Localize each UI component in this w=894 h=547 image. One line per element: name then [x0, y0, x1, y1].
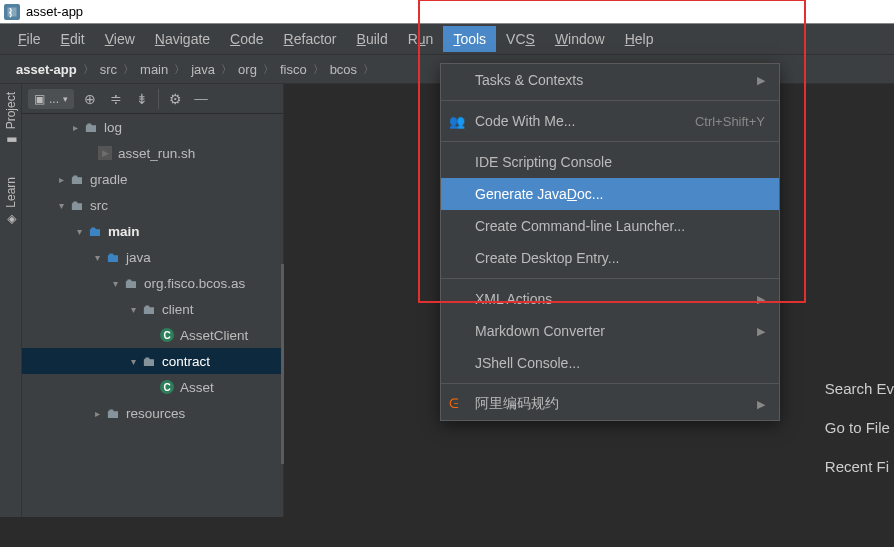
dd-label: Create Command-line Launcher...: [475, 218, 685, 234]
chevron-right-icon: ▶: [757, 74, 765, 87]
dd-cmdline-launcher[interactable]: Create Command-line Launcher...: [441, 210, 779, 242]
resources-folder-icon: 🖿: [104, 406, 122, 421]
crumb-6[interactable]: bcos: [326, 62, 361, 77]
side-tab-learn[interactable]: ◈Learn: [4, 177, 18, 226]
dd-ide-scripting[interactable]: IDE Scripting Console: [441, 146, 779, 178]
dd-markdown-converter[interactable]: Markdown Converter ▶: [441, 315, 779, 347]
hint-goto: Go to File: [815, 419, 894, 436]
crumb-4[interactable]: org: [234, 62, 261, 77]
menu-edit[interactable]: Edit: [51, 26, 95, 52]
tree-label: src: [90, 198, 108, 213]
hint-search: Search Ev: [815, 380, 894, 397]
chevron-down-icon: ▾: [63, 94, 68, 104]
project-tree[interactable]: ▣ ... ▾ ⊕ ≑ ⇟ ⚙ — 🖿 log ▶ asset_run.sh 🖿…: [22, 84, 284, 517]
dd-ali-coding[interactable]: ᕮ 阿里编码规约 ▶: [441, 388, 779, 420]
crumb-2[interactable]: main: [136, 62, 172, 77]
menu-refactor[interactable]: Refactor: [274, 26, 347, 52]
expand-arrow-icon[interactable]: [54, 174, 68, 185]
expand-arrow-icon[interactable]: [126, 356, 140, 367]
chevron-right-icon: 〉: [121, 62, 136, 77]
expand-arrow-icon[interactable]: [68, 122, 82, 133]
tree-label: AssetClient: [180, 328, 248, 343]
tree-node-asset-run[interactable]: ▶ asset_run.sh: [22, 140, 283, 166]
alibaba-icon: ᕮ: [449, 396, 469, 412]
menu-separator: [441, 278, 779, 279]
dd-jshell-console[interactable]: JShell Console...: [441, 347, 779, 379]
expand-arrow-icon[interactable]: [90, 252, 104, 263]
menu-build[interactable]: Build: [347, 26, 398, 52]
dd-label: IDE Scripting Console: [475, 154, 612, 170]
hide-icon[interactable]: —: [191, 89, 211, 109]
tree-label: java: [126, 250, 151, 265]
folder-icon: ▮: [4, 133, 18, 147]
dd-xml-actions[interactable]: XML Actions ▶: [441, 283, 779, 315]
title-bar: asset-app: [0, 0, 894, 24]
chevron-right-icon: 〉: [172, 62, 187, 77]
tree-node-contract[interactable]: 🖿 contract: [22, 348, 283, 374]
separator: [158, 89, 159, 109]
menu-view[interactable]: View: [95, 26, 145, 52]
tree-label: main: [108, 224, 140, 239]
dd-generate-javadoc[interactable]: Generate JavaDoc...: [441, 178, 779, 210]
gear-icon[interactable]: ⚙: [165, 89, 185, 109]
crumb-3[interactable]: java: [187, 62, 219, 77]
dd-label: Code With Me...: [475, 113, 575, 129]
menu-help[interactable]: Help: [615, 26, 664, 52]
dd-label: Tasks & Contexts: [475, 72, 583, 88]
tree-node-log[interactable]: 🖿 log: [22, 114, 283, 140]
menu-bar: File Edit View Navigate Code Refactor Bu…: [0, 24, 894, 54]
keyboard-shortcut: Ctrl+Shift+Y: [695, 114, 765, 129]
dd-label: JShell Console...: [475, 355, 580, 371]
menu-window[interactable]: Window: [545, 26, 615, 52]
tree-view-selector[interactable]: ▣ ... ▾: [28, 89, 74, 109]
side-tab-project[interactable]: ▮Project: [4, 92, 18, 147]
crumb-5[interactable]: fisco: [276, 62, 311, 77]
dd-code-with-me[interactable]: 👥 Code With Me... Ctrl+Shift+Y: [441, 105, 779, 137]
menu-code[interactable]: Code: [220, 26, 273, 52]
expand-all-icon[interactable]: ≑: [106, 89, 126, 109]
expand-arrow-icon[interactable]: [72, 226, 86, 237]
tree-node-resources[interactable]: 🖿 resources: [22, 400, 283, 426]
tree-node-java[interactable]: 🖿 java: [22, 244, 283, 270]
source-folder-icon: 🖿: [86, 224, 104, 239]
menu-navigate[interactable]: Navigate: [145, 26, 220, 52]
dd-tasks-contexts[interactable]: Tasks & Contexts ▶: [441, 64, 779, 96]
folder-icon: 🖿: [68, 172, 86, 187]
tree-label: asset_run.sh: [118, 146, 195, 161]
expand-arrow-icon[interactable]: [54, 200, 68, 211]
package-icon: 🖿: [122, 276, 140, 291]
welcome-hints: Search Ev Go to File Recent Fi: [815, 380, 894, 475]
class-icon: C: [158, 380, 176, 394]
tree-node-client[interactable]: 🖿 client: [22, 296, 283, 322]
crumb-1[interactable]: src: [96, 62, 121, 77]
chevron-right-icon: 〉: [219, 62, 234, 77]
shell-file-icon: ▶: [96, 146, 114, 160]
tree-node-asset-client[interactable]: C AssetClient: [22, 322, 283, 348]
package-icon: 🖿: [140, 302, 158, 317]
tree-node-gradle[interactable]: 🖿 gradle: [22, 166, 283, 192]
select-opened-file-icon[interactable]: ⊕: [80, 89, 100, 109]
dd-desktop-entry[interactable]: Create Desktop Entry...: [441, 242, 779, 274]
expand-arrow-icon[interactable]: [108, 278, 122, 289]
svg-rect-0: [8, 7, 17, 16]
collapse-all-icon[interactable]: ⇟: [132, 89, 152, 109]
tree-label: client: [162, 302, 194, 317]
hint-recent: Recent Fi: [815, 458, 894, 475]
tree-label: gradle: [90, 172, 128, 187]
tree-node-main[interactable]: 🖿 main: [22, 218, 283, 244]
book-icon: ◈: [4, 212, 18, 226]
tree-node-src[interactable]: 🖿 src: [22, 192, 283, 218]
tree-label: Asset: [180, 380, 214, 395]
menu-run[interactable]: Run: [398, 26, 444, 52]
dd-label: Create Desktop Entry...: [475, 250, 619, 266]
menu-file[interactable]: File: [8, 26, 51, 52]
menu-tools[interactable]: Tools: [443, 26, 496, 52]
tree-node-package[interactable]: 🖿 org.fisco.bcos.as: [22, 270, 283, 296]
expand-arrow-icon[interactable]: [90, 408, 104, 419]
menu-vcs[interactable]: VCS: [496, 26, 545, 52]
expand-arrow-icon[interactable]: [126, 304, 140, 315]
window-title: asset-app: [26, 4, 83, 19]
tree-label: log: [104, 120, 122, 135]
tree-node-asset[interactable]: C Asset: [22, 374, 283, 400]
crumb-0[interactable]: asset-app: [12, 62, 81, 77]
